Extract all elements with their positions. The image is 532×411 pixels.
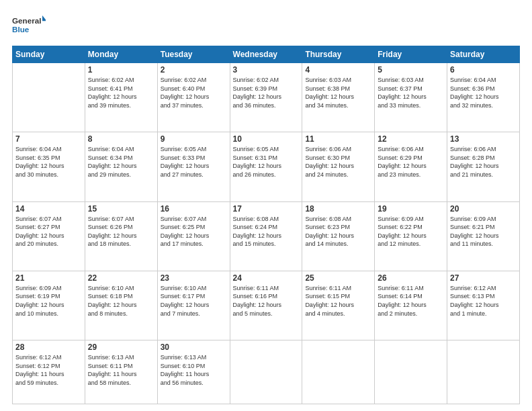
- day-number: 7: [15, 134, 82, 144]
- day-number: 17: [233, 204, 300, 214]
- calendar-cell: 20Sunrise: 6:09 AM Sunset: 6:21 PM Dayli…: [447, 201, 520, 271]
- day-number: 15: [88, 204, 154, 214]
- calendar-cell: 9Sunrise: 6:05 AM Sunset: 6:33 PM Daylig…: [157, 132, 230, 201]
- weekday-header: Friday: [375, 46, 447, 63]
- calendar-cell: 26Sunrise: 6:11 AM Sunset: 6:14 PM Dayli…: [375, 271, 447, 340]
- day-info: Sunrise: 6:09 AM Sunset: 6:22 PM Dayligh…: [378, 215, 444, 248]
- calendar-cell: 4Sunrise: 6:03 AM Sunset: 6:38 PM Daylig…: [302, 63, 375, 132]
- calendar-cell: 18Sunrise: 6:08 AM Sunset: 6:23 PM Dayli…: [302, 201, 375, 271]
- calendar-cell: [230, 340, 302, 404]
- day-number: 9: [161, 134, 227, 144]
- day-number: 21: [15, 273, 82, 283]
- day-number: 11: [305, 134, 371, 144]
- calendar-table: SundayMondayTuesdayWednesdayThursdayFrid…: [12, 46, 520, 404]
- weekday-header: Saturday: [447, 46, 520, 63]
- calendar-cell: 10Sunrise: 6:05 AM Sunset: 6:31 PM Dayli…: [230, 132, 302, 201]
- calendar-cell: 12Sunrise: 6:06 AM Sunset: 6:29 PM Dayli…: [375, 132, 447, 201]
- day-number: 14: [15, 204, 82, 214]
- day-info: Sunrise: 6:02 AM Sunset: 6:41 PM Dayligh…: [88, 76, 154, 109]
- calendar-cell: 28Sunrise: 6:12 AM Sunset: 6:12 PM Dayli…: [13, 340, 85, 404]
- day-number: 28: [15, 342, 82, 352]
- day-number: 8: [88, 134, 154, 144]
- calendar-week-row: 28Sunrise: 6:12 AM Sunset: 6:12 PM Dayli…: [13, 340, 520, 404]
- calendar-cell: 17Sunrise: 6:08 AM Sunset: 6:24 PM Dayli…: [230, 201, 302, 271]
- day-number: 26: [378, 273, 444, 283]
- calendar-cell: [375, 340, 447, 404]
- calendar-cell: 14Sunrise: 6:07 AM Sunset: 6:27 PM Dayli…: [13, 201, 85, 271]
- day-number: 10: [233, 134, 300, 144]
- calendar-cell: 29Sunrise: 6:13 AM Sunset: 6:11 PM Dayli…: [85, 340, 157, 404]
- svg-marker-2: [42, 15, 46, 21]
- day-number: 1: [88, 65, 154, 75]
- day-info: Sunrise: 6:10 AM Sunset: 6:18 PM Dayligh…: [88, 284, 154, 318]
- day-info: Sunrise: 6:12 AM Sunset: 6:13 PM Dayligh…: [450, 284, 517, 318]
- day-number: 6: [450, 65, 517, 75]
- logo-svg: General Blue: [12, 12, 46, 39]
- calendar-cell: 1Sunrise: 6:02 AM Sunset: 6:41 PM Daylig…: [85, 63, 157, 132]
- weekday-header: Thursday: [302, 46, 375, 63]
- calendar-cell: 16Sunrise: 6:07 AM Sunset: 6:25 PM Dayli…: [157, 201, 230, 271]
- day-info: Sunrise: 6:13 AM Sunset: 6:11 PM Dayligh…: [88, 353, 154, 387]
- day-info: Sunrise: 6:10 AM Sunset: 6:17 PM Dayligh…: [161, 284, 227, 318]
- calendar-cell: 25Sunrise: 6:11 AM Sunset: 6:15 PM Dayli…: [302, 271, 375, 340]
- day-number: 30: [161, 342, 227, 352]
- calendar-cell: 24Sunrise: 6:11 AM Sunset: 6:16 PM Dayli…: [230, 271, 302, 340]
- day-number: 5: [378, 65, 444, 75]
- day-number: 22: [88, 273, 154, 283]
- day-number: 16: [161, 204, 227, 214]
- day-info: Sunrise: 6:11 AM Sunset: 6:16 PM Dayligh…: [233, 284, 300, 318]
- day-info: Sunrise: 6:12 AM Sunset: 6:12 PM Dayligh…: [15, 353, 82, 387]
- calendar-cell: 15Sunrise: 6:07 AM Sunset: 6:26 PM Dayli…: [85, 201, 157, 271]
- day-info: Sunrise: 6:04 AM Sunset: 6:35 PM Dayligh…: [15, 145, 82, 179]
- calendar-cell: 27Sunrise: 6:12 AM Sunset: 6:13 PM Dayli…: [447, 271, 520, 340]
- day-info: Sunrise: 6:04 AM Sunset: 6:34 PM Dayligh…: [88, 145, 154, 179]
- calendar-week-row: 7Sunrise: 6:04 AM Sunset: 6:35 PM Daylig…: [13, 132, 520, 201]
- calendar-cell: 22Sunrise: 6:10 AM Sunset: 6:18 PM Dayli…: [85, 271, 157, 340]
- day-info: Sunrise: 6:13 AM Sunset: 6:10 PM Dayligh…: [161, 353, 227, 387]
- weekday-header: Sunday: [13, 46, 85, 63]
- calendar-header-row: SundayMondayTuesdayWednesdayThursdayFrid…: [13, 46, 520, 63]
- day-info: Sunrise: 6:02 AM Sunset: 6:39 PM Dayligh…: [233, 76, 300, 109]
- calendar-week-row: 21Sunrise: 6:09 AM Sunset: 6:19 PM Dayli…: [13, 271, 520, 340]
- day-info: Sunrise: 6:08 AM Sunset: 6:24 PM Dayligh…: [233, 215, 300, 248]
- day-number: 3: [233, 65, 300, 75]
- day-info: Sunrise: 6:09 AM Sunset: 6:21 PM Dayligh…: [450, 215, 517, 248]
- calendar-cell: 7Sunrise: 6:04 AM Sunset: 6:35 PM Daylig…: [13, 132, 85, 201]
- calendar-cell: [302, 340, 375, 404]
- calendar-cell: 2Sunrise: 6:02 AM Sunset: 6:40 PM Daylig…: [157, 63, 230, 132]
- calendar-cell: 21Sunrise: 6:09 AM Sunset: 6:19 PM Dayli…: [13, 271, 85, 340]
- calendar-cell: 30Sunrise: 6:13 AM Sunset: 6:10 PM Dayli…: [157, 340, 230, 404]
- day-number: 25: [305, 273, 371, 283]
- day-number: 2: [161, 65, 227, 75]
- day-info: Sunrise: 6:07 AM Sunset: 6:27 PM Dayligh…: [15, 215, 82, 248]
- header: General Blue: [12, 12, 520, 39]
- day-info: Sunrise: 6:07 AM Sunset: 6:26 PM Dayligh…: [88, 215, 154, 248]
- calendar-cell: [13, 63, 85, 132]
- page: General Blue SundayMondayTuesdayWednesda…: [0, 0, 532, 411]
- weekday-header: Monday: [85, 46, 157, 63]
- calendar-cell: 13Sunrise: 6:06 AM Sunset: 6:28 PM Dayli…: [447, 132, 520, 201]
- day-number: 29: [88, 342, 154, 352]
- day-info: Sunrise: 6:07 AM Sunset: 6:25 PM Dayligh…: [161, 215, 227, 248]
- day-info: Sunrise: 6:06 AM Sunset: 6:30 PM Dayligh…: [305, 145, 371, 179]
- day-number: 13: [450, 134, 517, 144]
- day-info: Sunrise: 6:03 AM Sunset: 6:38 PM Dayligh…: [305, 76, 371, 109]
- calendar-cell: 8Sunrise: 6:04 AM Sunset: 6:34 PM Daylig…: [85, 132, 157, 201]
- calendar-cell: 6Sunrise: 6:04 AM Sunset: 6:36 PM Daylig…: [447, 63, 520, 132]
- day-info: Sunrise: 6:09 AM Sunset: 6:19 PM Dayligh…: [15, 284, 82, 318]
- svg-text:Blue: Blue: [12, 25, 30, 34]
- weekday-header: Wednesday: [230, 46, 302, 63]
- day-info: Sunrise: 6:04 AM Sunset: 6:36 PM Dayligh…: [450, 76, 517, 109]
- logo: General Blue: [12, 12, 46, 39]
- day-info: Sunrise: 6:06 AM Sunset: 6:29 PM Dayligh…: [378, 145, 444, 179]
- calendar-week-row: 1Sunrise: 6:02 AM Sunset: 6:41 PM Daylig…: [13, 63, 520, 132]
- calendar-cell: 5Sunrise: 6:03 AM Sunset: 6:37 PM Daylig…: [375, 63, 447, 132]
- day-number: 20: [450, 204, 517, 214]
- day-number: 19: [378, 204, 444, 214]
- day-info: Sunrise: 6:02 AM Sunset: 6:40 PM Dayligh…: [161, 76, 227, 109]
- calendar-cell: 11Sunrise: 6:06 AM Sunset: 6:30 PM Dayli…: [302, 132, 375, 201]
- day-number: 18: [305, 204, 371, 214]
- day-number: 24: [233, 273, 300, 283]
- calendar-cell: 23Sunrise: 6:10 AM Sunset: 6:17 PM Dayli…: [157, 271, 230, 340]
- calendar-cell: [447, 340, 520, 404]
